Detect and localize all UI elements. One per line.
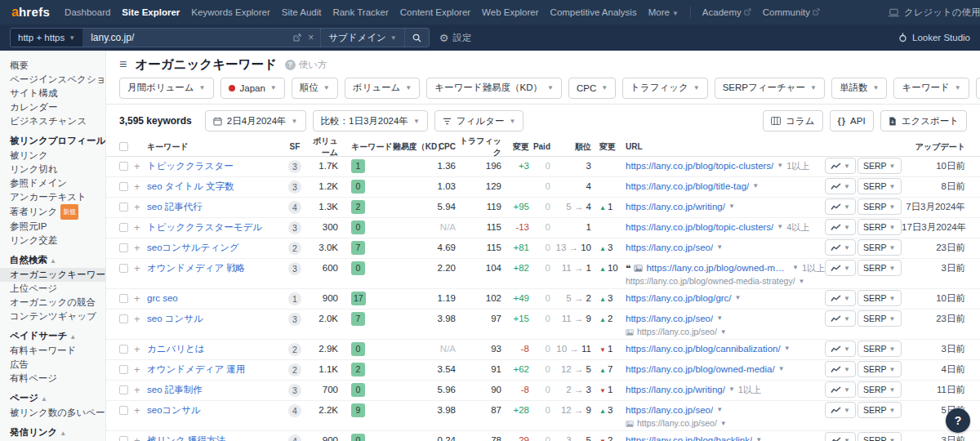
add-to-list-button[interactable]: + (134, 222, 140, 233)
clear-input-icon[interactable]: × (308, 32, 314, 43)
add-to-list-button[interactable]: + (134, 202, 140, 212)
topnav-item[interactable]: Competitive Analysis (550, 7, 637, 17)
sidebar-toggle-icon[interactable]: ≡ (119, 58, 127, 71)
filter-chip[interactable]: CPC▼ (568, 78, 616, 99)
filter-chip[interactable]: Japan▼ (220, 78, 285, 99)
topnav-item[interactable]: Dashboard (65, 7, 110, 17)
filter-chip[interactable]: ボリューム▼ (345, 78, 421, 99)
add-to-list-button[interactable]: + (134, 435, 140, 441)
sidebar-item[interactable]: 著者リンク新規 (0, 204, 105, 220)
serp-features-count[interactable]: 4 (288, 434, 301, 441)
open-external-icon[interactable] (293, 33, 301, 42)
serp-features-count[interactable]: 3 (288, 313, 301, 326)
row-checkbox[interactable] (119, 294, 128, 303)
url-link[interactable]: https://lany.co.jp/blog/title-tag/ (626, 177, 749, 195)
serp-button[interactable]: SERP▼ (858, 310, 902, 327)
compare-date-button[interactable]: 比較：1日3月2024年▼ (313, 110, 428, 131)
chevron-down-icon[interactable]: ▼ (752, 177, 759, 195)
filter-chip[interactable]: 単語数▼ (831, 78, 887, 99)
topnav-item[interactable]: Web Explorer (482, 7, 538, 17)
settings-button[interactable]: ⚙設定 (439, 32, 472, 44)
keyword-link[interactable]: seoコンサル (147, 405, 201, 415)
row-checkbox[interactable] (119, 406, 128, 415)
sidebar-item[interactable]: アンカーテキスト (0, 190, 105, 204)
date-picker-button[interactable]: 2日4月2024年▼ (205, 110, 306, 131)
add-to-list-button[interactable]: + (134, 314, 140, 324)
chevron-down-icon[interactable]: ▼ (716, 310, 723, 327)
chart-button[interactable]: ▼ (825, 239, 856, 256)
sidebar-item[interactable]: 被リンク数の多いページ (0, 406, 105, 420)
sidebar-item[interactable]: リンク交差 (0, 234, 105, 247)
serp-button[interactable]: SERP▼ (858, 158, 902, 174)
serp-button[interactable]: SERP▼ (858, 341, 902, 357)
serp-button[interactable]: SERP▼ (858, 432, 902, 441)
chevron-down-icon[interactable]: ▼ (716, 238, 723, 256)
topnav-item-community[interactable]: Community (763, 7, 820, 17)
topnav-item[interactable]: Content Explorer (400, 7, 470, 17)
filters-button[interactable]: フィルター▼ (434, 110, 524, 131)
sidebar-item[interactable]: 被リンク (0, 149, 105, 163)
topnav-item[interactable]: Keywords Explorer (191, 7, 270, 17)
serp-features-count[interactable]: 3 (288, 221, 301, 234)
url-link[interactable]: https://lany.co.jp/writing/ (626, 381, 725, 399)
url-link-2[interactable]: https://lany.co.jp/blog/owned-media-stra… (626, 277, 795, 286)
filter-chip[interactable]: キーワード▼ (893, 78, 969, 99)
columns-button[interactable]: コラム (763, 110, 822, 131)
sidebar-item[interactable]: 有料キーワード (0, 344, 105, 358)
keyword-link[interactable]: seo タイトル 文字数 (147, 181, 234, 191)
filter-chip[interactable]: トラフィック▼ (622, 78, 708, 99)
looker-studio-link[interactable]: Looker Studio (898, 33, 970, 42)
chart-button[interactable]: ▼ (825, 158, 856, 174)
serp-button[interactable]: SERP▼ (858, 219, 902, 235)
url-link-2[interactable]: https://lany.co.jp/seo/ (637, 419, 717, 428)
keyword-link[interactable]: カニバリとは (147, 344, 205, 354)
sidebar-item[interactable]: サイト構成 (0, 87, 105, 100)
sidebar-section-title[interactable]: 自然検索▲ (0, 253, 105, 268)
add-to-list-button[interactable]: + (134, 385, 140, 395)
api-button[interactable]: { }API (830, 110, 874, 131)
chevron-down-icon[interactable]: ▼ (792, 259, 799, 277)
sidebar-item[interactable]: 有料ページ (0, 372, 105, 385)
url-link[interactable]: https://lany.co.jp/blog/owned-media/ (626, 360, 775, 378)
sidebar-item[interactable]: 上位ページ (0, 282, 105, 296)
header-updated[interactable]: アップデート (902, 141, 967, 153)
sidebar-section-title[interactable]: ペイドサーチ▲ (0, 329, 105, 344)
add-to-list-button[interactable]: + (134, 405, 140, 416)
topnav-item[interactable]: More▼ (648, 7, 679, 17)
add-to-list-button[interactable]: + (134, 364, 140, 375)
select-all-checkbox[interactable] (119, 142, 128, 151)
sidebar-item[interactable]: ページインスペクション (0, 73, 105, 87)
row-checkbox[interactable] (119, 223, 128, 232)
url-link[interactable]: https://lany.co.jp/blog/grc/ (626, 289, 732, 307)
row-checkbox[interactable] (119, 203, 128, 212)
serp-features-count[interactable]: 2 (288, 242, 301, 255)
serp-features-count[interactable]: 4 (288, 201, 301, 214)
topnav-item-academy[interactable]: Academy (702, 7, 751, 17)
sidebar-section-title[interactable]: ページ▲ (0, 391, 105, 406)
chevron-down-icon[interactable]: ▼ (720, 419, 727, 428)
row-checkbox[interactable] (119, 345, 128, 354)
header-position[interactable]: 順位 (550, 141, 591, 153)
serp-button[interactable]: SERP▼ (858, 260, 902, 276)
serp-button[interactable]: SERP▼ (858, 381, 902, 398)
sidebar-item[interactable]: 参照元IP (0, 220, 105, 234)
row-checkbox[interactable] (119, 436, 128, 441)
sidebar-item[interactable]: 広告 (0, 358, 105, 372)
sidebar-item[interactable]: オーガニックキーワード (0, 268, 105, 282)
row-checkbox[interactable] (119, 243, 128, 252)
mode-dropdown[interactable]: サブドメイン▼ (320, 29, 404, 47)
header-traffic-change[interactable]: 変更 (501, 141, 529, 153)
chevron-down-icon[interactable]: ▼ (720, 327, 727, 336)
add-to-list-button[interactable]: + (134, 293, 140, 304)
url-link[interactable]: https://lany.co.jp/writing/ (626, 198, 725, 216)
help-button[interactable]: ? (946, 408, 970, 433)
header-cpc[interactable]: CPC (416, 142, 456, 151)
sidebar-section-title[interactable]: 被リンクプロフィール▲ (0, 134, 105, 149)
url-link[interactable]: https://lany.co.jp/seo/ (626, 238, 713, 256)
topnav-item[interactable]: Site Explorer (122, 7, 180, 17)
serp-features-count[interactable]: 2 (288, 343, 301, 356)
url-link-2[interactable]: https://lany.co.jp/seo/ (637, 327, 717, 336)
add-to-list-button[interactable]: + (134, 243, 140, 253)
url-link[interactable]: https://lany.co.jp/seo/ (626, 401, 713, 419)
header-kd[interactable]: キーワード難易度（KD） (338, 141, 416, 153)
